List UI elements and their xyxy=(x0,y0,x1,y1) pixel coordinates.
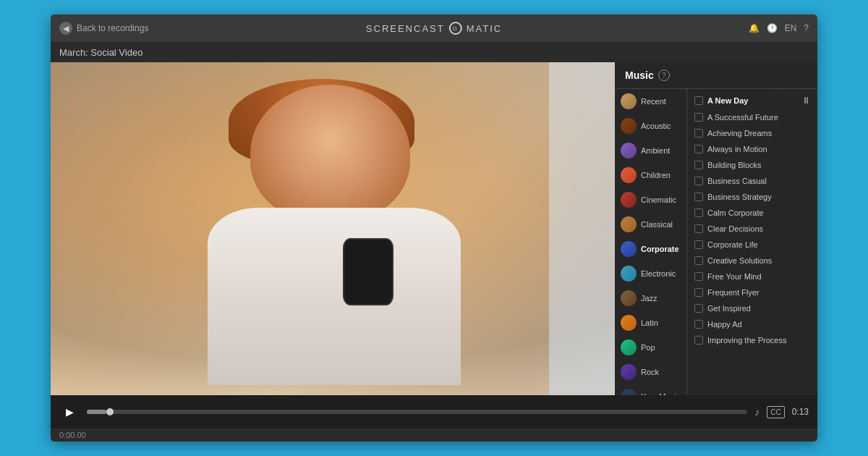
app-window: ◀ Back to recordings SCREENCAST O MATIC … xyxy=(51,14,817,442)
logo-text-right: MATIC xyxy=(467,23,502,34)
category-label-electronic: Electronic xyxy=(641,269,676,278)
track-item-achieving-dreams[interactable]: Achieving Dreams xyxy=(687,125,817,141)
music-panel-body: RecentAcousticAmbientChildrenCinematicCl… xyxy=(615,89,817,395)
category-item-acoustic[interactable]: Acoustic xyxy=(615,114,686,138)
progress-bar[interactable] xyxy=(87,410,747,414)
track-item-a-successful-future[interactable]: A Successful Future xyxy=(687,109,817,125)
time-bar: 0:00.00 xyxy=(51,428,817,442)
pause-icon-a-new-day[interactable]: ⏸ xyxy=(801,96,810,106)
track-checkbox-clear-decisions[interactable] xyxy=(694,224,703,233)
category-label-recent: Recent xyxy=(641,97,666,106)
track-item-a-new-day[interactable]: A New Day⏸ xyxy=(687,92,817,109)
category-item-recent[interactable]: Recent xyxy=(615,89,686,114)
cc-button[interactable]: CC xyxy=(767,406,784,418)
lang-selector[interactable]: EN xyxy=(785,23,797,33)
category-icon-ambient xyxy=(621,143,637,159)
track-checkbox-free-your-mind[interactable] xyxy=(694,272,703,281)
category-label-jazz: Jazz xyxy=(641,294,658,303)
category-item-classical[interactable]: Classical xyxy=(615,212,686,237)
track-checkbox-a-new-day[interactable] xyxy=(694,96,703,105)
category-icon-corporate xyxy=(621,241,637,257)
help-icon[interactable]: ? xyxy=(804,23,809,33)
category-label-pop: Pop xyxy=(641,343,655,352)
video-title: March: Social Video xyxy=(59,47,142,58)
category-item-children[interactable]: Children xyxy=(615,163,686,187)
track-label-always-in-motion: Always in Motion xyxy=(707,145,767,153)
track-checkbox-corporate-life[interactable] xyxy=(694,240,703,249)
category-item-pop[interactable]: Pop xyxy=(615,335,686,360)
track-item-calm-corporate[interactable]: Calm Corporate xyxy=(687,205,817,221)
track-checkbox-a-successful-future[interactable] xyxy=(694,113,703,122)
track-checkbox-frequent-flyer[interactable] xyxy=(694,288,703,297)
track-item-building-blocks[interactable]: Building Blocks xyxy=(687,157,817,173)
notification-icon[interactable]: 🔔 xyxy=(749,23,760,33)
track-checkbox-business-casual[interactable] xyxy=(694,177,703,185)
track-list: A New Day⏸A Successful FutureAchieving D… xyxy=(687,89,817,395)
track-label-happy-ad: Happy Ad xyxy=(707,320,742,329)
track-item-clear-decisions[interactable]: Clear Decisions xyxy=(687,221,817,237)
category-icon-rock xyxy=(621,364,637,380)
controls-bar: ▶ ♪ CC 0:13 xyxy=(51,395,817,428)
category-label-ambient: Ambient xyxy=(641,146,670,155)
category-icon-yourmusic xyxy=(621,389,637,395)
track-item-corporate-life[interactable]: Corporate Life xyxy=(687,237,817,253)
progress-fill xyxy=(87,410,106,414)
person-body xyxy=(208,208,461,385)
track-item-always-in-motion[interactable]: Always in Motion xyxy=(687,141,817,157)
track-checkbox-creative-solutions[interactable] xyxy=(694,256,703,265)
category-label-cinematic: Cinematic xyxy=(641,195,676,204)
category-item-ambient[interactable]: Ambient xyxy=(615,138,686,163)
music-panel-title: Music xyxy=(625,69,654,81)
category-label-acoustic: Acoustic xyxy=(641,122,671,130)
track-checkbox-happy-ad[interactable] xyxy=(694,320,703,329)
category-label-classical: Classical xyxy=(641,220,673,229)
track-item-improving-the-process[interactable]: Improving the Process xyxy=(687,332,817,348)
logo-circle: O xyxy=(449,22,462,35)
category-label-yourmusic: Your Music xyxy=(641,392,680,395)
time-start: 0:00.00 xyxy=(59,431,86,439)
category-label-corporate: Corporate xyxy=(641,245,679,253)
track-checkbox-always-in-motion[interactable] xyxy=(694,145,703,153)
track-label-achieving-dreams: Achieving Dreams xyxy=(707,129,772,138)
category-item-rock[interactable]: Rock xyxy=(615,360,686,384)
track-checkbox-improving-the-process[interactable] xyxy=(694,336,703,345)
category-item-jazz[interactable]: Jazz xyxy=(615,286,686,311)
track-checkbox-get-inspired[interactable] xyxy=(694,304,703,313)
music-help-icon[interactable]: ? xyxy=(658,69,670,81)
track-label-calm-corporate: Calm Corporate xyxy=(707,208,764,217)
category-label-rock: Rock xyxy=(641,368,659,376)
track-item-get-inspired[interactable]: Get Inspired xyxy=(687,300,817,316)
person-phone xyxy=(343,238,393,305)
time-display: 0:13 xyxy=(792,407,809,417)
play-button[interactable]: ▶ xyxy=(59,402,80,422)
category-item-cinematic[interactable]: Cinematic xyxy=(615,187,686,212)
track-item-business-strategy[interactable]: Business Strategy xyxy=(687,189,817,205)
track-item-creative-solutions[interactable]: Creative Solutions xyxy=(687,253,817,269)
category-icon-cinematic xyxy=(621,192,637,208)
track-checkbox-business-strategy[interactable] xyxy=(694,193,703,201)
track-label-a-new-day: A New Day xyxy=(707,96,748,105)
music-control-icon[interactable]: ♪ xyxy=(754,406,760,418)
back-button[interactable]: ◀ Back to recordings xyxy=(59,22,148,35)
track-checkbox-achieving-dreams[interactable] xyxy=(694,129,703,138)
category-item-latin[interactable]: Latin xyxy=(615,311,686,335)
track-checkbox-calm-corporate[interactable] xyxy=(694,208,703,217)
track-label-business-strategy: Business Strategy xyxy=(707,193,772,201)
back-arrow-icon: ◀ xyxy=(59,22,72,35)
track-checkbox-building-blocks[interactable] xyxy=(694,161,703,169)
logo-text-left: SCREENCAST xyxy=(366,23,445,34)
category-label-latin: Latin xyxy=(641,318,658,327)
track-item-frequent-flyer[interactable]: Frequent Flyer xyxy=(687,284,817,300)
track-label-clear-decisions: Clear Decisions xyxy=(707,224,763,233)
track-item-business-casual[interactable]: Business Casual xyxy=(687,173,817,189)
track-item-free-your-mind[interactable]: Free Your Mind xyxy=(687,269,817,284)
track-label-frequent-flyer: Frequent Flyer xyxy=(707,288,760,297)
category-item-electronic[interactable]: Electronic xyxy=(615,261,686,286)
track-label-business-casual: Business Casual xyxy=(707,177,767,185)
clock-icon[interactable]: 🕐 xyxy=(767,23,778,33)
category-item-corporate[interactable]: Corporate xyxy=(615,237,686,261)
progress-handle[interactable] xyxy=(106,408,114,415)
category-item-yourmusic[interactable]: Your Music xyxy=(615,384,686,395)
person-figure xyxy=(166,79,587,385)
track-item-happy-ad[interactable]: Happy Ad xyxy=(687,316,817,332)
